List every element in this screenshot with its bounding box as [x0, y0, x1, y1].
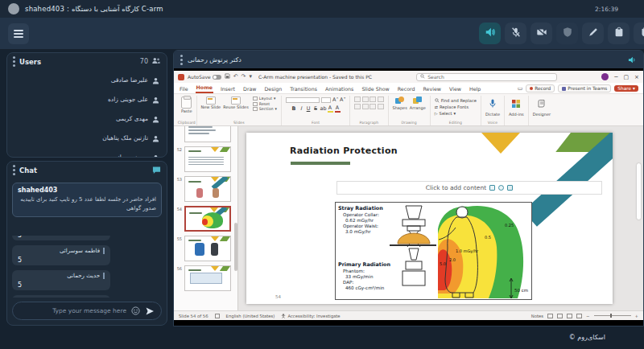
camera-muted-button[interactable] — [530, 23, 552, 44]
tab-insert[interactable]: Insert — [220, 84, 236, 93]
quick-access-caret-icon[interactable]: ▾ — [249, 74, 252, 80]
raise-hand-button[interactable] — [634, 23, 644, 44]
find-replace-button[interactable]: Find and Replace — [435, 98, 477, 103]
chat-messages[interactable]: 5 فاطمه سوسرائی 5 حدیث رحمانی 5 کیمیا کس… — [12, 236, 110, 298]
microphone-muted-button[interactable] — [505, 23, 526, 44]
tab-review[interactable]: Review — [423, 84, 442, 93]
zoom-in-icon[interactable]: + — [635, 314, 638, 318]
redo-icon[interactable]: ↷ — [242, 74, 246, 80]
accessibility-status[interactable]: Accessibility: Investigate — [281, 314, 340, 318]
user-row[interactable]: حدیث رحمانی — [7, 147, 167, 158]
notes-page-icon[interactable] — [215, 314, 220, 318]
user-row[interactable]: مهدی کریمی — [7, 109, 167, 128]
record-button[interactable]: Record — [526, 84, 555, 92]
insert-image-icon[interactable] — [507, 185, 513, 191]
addins-icon[interactable] — [511, 96, 521, 112]
slide-thumbnail-52[interactable] — [184, 146, 231, 172]
reading-view-icon[interactable] — [567, 314, 572, 318]
tab-transitions[interactable]: Transitions — [289, 84, 318, 93]
share-button[interactable]: Share▾ — [614, 85, 638, 92]
select-button[interactable]: ▷Select ▾ — [435, 111, 456, 116]
restore-icon[interactable]: ▢ — [623, 74, 629, 80]
tab-draw[interactable]: Draw — [242, 84, 257, 93]
grow-font-icon[interactable]: A˄ — [332, 96, 338, 103]
tab-view[interactable]: View — [448, 84, 462, 93]
reuse-slides-icon[interactable] — [231, 96, 241, 105]
language-indicator[interactable]: English (United States) — [226, 314, 275, 318]
insert-chart-icon[interactable] — [498, 185, 504, 191]
share-screen-button[interactable] — [608, 23, 630, 44]
insert-table-icon[interactable] — [489, 185, 495, 191]
thumbnails-scrollbar[interactable] — [234, 223, 237, 271]
ppt-search[interactable]: Search — [416, 73, 557, 81]
pod-menu-icon[interactable] — [180, 55, 183, 65]
italic-button[interactable]: I — [299, 105, 304, 112]
powerpoint-window: AutoSave ↶ ↷ ▾ C-Arm machine presentatio… — [174, 71, 643, 320]
tab-animations[interactable]: Animations — [324, 84, 354, 93]
new-slide-icon[interactable] — [206, 96, 216, 105]
present-in-teams-button[interactable]: Present in Teams — [558, 84, 611, 92]
canvas-scrollbar[interactable] — [637, 163, 641, 220]
minimize-icon[interactable]: ─ — [614, 74, 617, 80]
emoji-icon[interactable] — [131, 306, 140, 315]
speaker-button[interactable] — [479, 23, 501, 44]
slide-thumbnail-53[interactable] — [184, 176, 231, 202]
strikethrough-button[interactable]: S — [313, 105, 319, 112]
save-icon[interactable] — [225, 73, 230, 80]
shadow-button[interactable]: ab — [320, 105, 326, 112]
person-icon — [152, 72, 159, 88]
user-row[interactable]: علی جوینی زاده — [7, 89, 167, 109]
normal-view-icon[interactable] — [547, 314, 553, 318]
tab-slide-show[interactable]: Slide Show — [361, 84, 390, 93]
font-color-button[interactable]: A — [335, 105, 341, 113]
user-row[interactable]: علیرضا صادقی — [7, 70, 167, 89]
autosave-toggle[interactable]: AutoSave — [188, 74, 221, 80]
slide-thumbnail-54-selected[interactable] — [184, 206, 231, 232]
menu-button[interactable] — [8, 23, 29, 44]
section-button[interactable]: Section ▾ — [253, 107, 277, 111]
paste-label[interactable]: Paste — [181, 109, 192, 114]
bold-button[interactable]: B — [291, 105, 297, 112]
user-row[interactable]: نازنین ملک پناهیان — [7, 128, 167, 147]
paste-icon[interactable] — [181, 96, 192, 109]
tab-help[interactable]: Help — [469, 84, 481, 93]
zoom-out-icon[interactable]: − — [586, 314, 589, 318]
shrink-font-icon[interactable]: A˅ — [340, 96, 345, 103]
notes-button[interactable]: Notes — [531, 314, 543, 318]
slide-thumbnail-56[interactable] — [184, 265, 231, 291]
tab-home[interactable]: Home — [196, 83, 213, 93]
undo-icon[interactable]: ↶ — [233, 74, 238, 80]
arrange-icon[interactable] — [413, 96, 423, 105]
slide-title[interactable]: Radiation Protection — [290, 146, 398, 156]
dictate-icon[interactable] — [489, 96, 497, 112]
chat-menu-icon[interactable] — [13, 165, 15, 175]
send-icon[interactable] — [145, 306, 155, 316]
draw-button[interactable] — [582, 23, 604, 44]
content-placeholder[interactable]: Click to add content — [336, 181, 602, 195]
paragraph-buttons[interactable] — [354, 96, 384, 109]
slide-sorter-icon[interactable] — [557, 314, 563, 318]
pod-audio-icon[interactable] — [628, 55, 637, 64]
shapes-icon[interactable] — [395, 96, 405, 105]
tab-file[interactable]: File — [179, 84, 189, 93]
tab-design[interactable]: Design — [264, 84, 283, 93]
reset-button[interactable]: Reset — [253, 102, 277, 106]
underline-button[interactable]: U — [306, 105, 312, 112]
designer-icon[interactable] — [537, 96, 547, 112]
account-avatar[interactable] — [601, 73, 609, 80]
slide-thumbnail-55[interactable] — [184, 236, 231, 261]
close-icon[interactable]: × — [634, 74, 639, 80]
slide-thumbnail-51[interactable] — [184, 126, 231, 142]
layout-button[interactable]: Layout ▾ — [253, 96, 277, 101]
tab-record[interactable]: Record — [397, 84, 416, 93]
replace-fonts-button[interactable]: ⇄Replace Fonts — [435, 105, 469, 109]
users-menu-icon[interactable] — [13, 56, 15, 67]
chat-input[interactable] — [38, 307, 126, 314]
comments-icon[interactable]: ▭ — [518, 86, 523, 92]
highlight-button[interactable]: A — [328, 105, 333, 113]
slideshow-icon[interactable] — [576, 314, 582, 318]
font-size-box[interactable] — [321, 97, 331, 103]
zoom-slider[interactable] — [594, 315, 631, 316]
font-name-box[interactable] — [286, 97, 320, 103]
shield-button[interactable] — [556, 23, 578, 44]
